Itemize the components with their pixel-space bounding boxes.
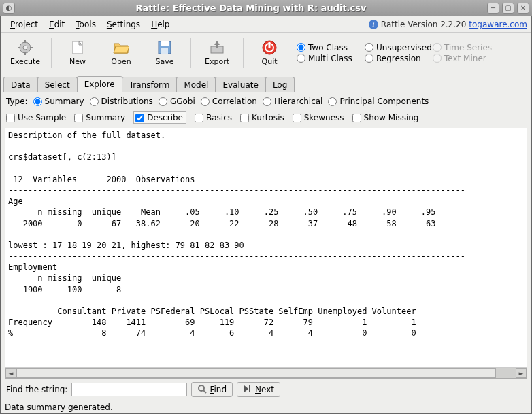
new-file-icon [69,39,86,56]
next-button[interactable]: Next [237,382,280,397]
gear-icon [17,39,33,56]
radio-label: Text Miner [444,54,486,63]
svg-rect-12 [216,44,218,48]
save-label: Save [155,57,173,66]
menu-project[interactable]: Project [5,18,44,31]
svg-point-16 [199,385,204,391]
output-pane: Description of the full dataset. crs$dat… [5,128,527,379]
new-label: New [69,57,86,66]
radio-label: Summary [45,97,84,106]
tab-data[interactable]: Data [3,77,38,92]
checkbox-label: Summary [86,113,125,122]
horizontal-scrollbar[interactable]: ◄ ► [5,367,527,378]
radio-label: GGobi [170,97,195,106]
checkbox-use-sample[interactable]: Use Sample [6,113,66,122]
svg-line-17 [203,390,206,393]
radio-time-series[interactable]: Time Series [433,43,501,52]
info-icon: i [369,20,378,29]
checkbox-label: Kurtosis [252,113,284,122]
radio-correlation[interactable]: Correlation [201,97,257,106]
status-bar: Data summary generated. [1,400,531,413]
radio-unsupervised[interactable]: Unsupervised [365,43,433,52]
radio-label: Correlation [212,97,257,106]
quit-button[interactable]: Quit [249,36,290,70]
radio-label: Time Series [444,43,492,52]
svg-rect-19 [249,385,250,392]
radio-ggobi[interactable]: GGobi [159,97,195,106]
checkbox-label: Describe [147,113,183,122]
checkbox-label: Basics [206,113,232,122]
execute-button[interactable]: Execute [5,36,46,70]
menu-help[interactable]: Help [146,18,175,31]
checkbox-kurtosis[interactable]: Kurtosis [240,113,284,122]
menu-label: ools [80,20,96,29]
menu-label: elp [157,20,169,29]
find-button[interactable]: Find [191,382,233,397]
version-info: i Rattle Version 2.2.20 togaware.com [369,20,527,29]
radio-distributions[interactable]: Distributions [90,97,153,106]
checkbox-summary[interactable]: Summary [74,113,125,122]
checkbox-basics[interactable]: Basics [195,113,232,122]
menu-edit[interactable]: Edit [44,18,70,31]
quit-label: Quit [262,57,278,66]
svg-rect-9 [161,41,169,46]
tab-select[interactable]: Select [37,77,78,92]
scroll-right-icon[interactable]: ► [516,368,527,378]
minimize-button[interactable]: − [487,3,499,14]
menubar: Project Edit Tools Settings Help i Rattl… [1,16,531,33]
save-button[interactable]: Save [144,36,185,70]
find-input[interactable] [71,383,187,396]
export-button[interactable]: Export [197,36,237,70]
output-text[interactable]: Description of the full dataset. crs$dat… [5,128,527,367]
status-text: Data summary generated. [5,402,113,412]
checkbox-label: Use Sample [18,113,66,122]
radio-text-miner[interactable]: Text Miner [433,54,501,63]
open-label: Open [111,57,131,66]
tab-model[interactable]: Model [176,77,216,92]
menu-label: dit [54,20,65,29]
open-button[interactable]: Open [101,36,142,70]
radio-label: Regression [376,54,421,63]
radio-regression[interactable]: Regression [365,54,433,63]
window-title: Rattle: Effective Data Mining with R: au… [15,3,487,13]
scroll-left-icon[interactable]: ◄ [5,368,16,378]
power-icon [261,39,278,56]
close-button[interactable]: × [517,3,529,14]
folder-open-icon [113,39,129,56]
svg-point-1 [23,46,27,50]
radio-summary[interactable]: Summary [33,97,84,106]
radio-two-class[interactable]: Two Class [297,43,365,52]
radio-label: Unsupervised [376,43,432,52]
search-icon [197,384,207,396]
menu-settings[interactable]: Settings [101,18,146,31]
find-label: Find the string: [6,385,67,394]
checkbox-label: Skewness [304,113,344,122]
checkbox-skewness[interactable]: Skewness [293,113,344,122]
tab-explore[interactable]: Explore [77,76,122,92]
maximize-button[interactable]: ▢ [502,3,514,14]
next-button-label: Next [255,385,274,394]
menu-tools[interactable]: Tools [70,18,101,31]
checkbox-describe[interactable]: Describe [133,111,186,124]
svg-rect-10 [161,48,168,54]
radio-label: Multi Class [308,54,352,63]
scroll-thumb[interactable] [16,368,496,378]
tab-transform[interactable]: Transform [122,77,178,92]
menu-label: roject [15,20,38,29]
new-button[interactable]: New [57,36,98,70]
separator [243,38,244,68]
tab-evaluate[interactable]: Evaluate [215,77,265,92]
radio-multi-class[interactable]: Multi Class [297,54,365,63]
version-link[interactable]: togaware.com [469,20,527,29]
tab-log[interactable]: Log [265,77,295,92]
find-button-label: Find [210,385,227,394]
radio-principal-components[interactable]: Principal Components [328,97,429,106]
floppy-disk-icon [156,39,173,56]
menu-label: ettings [112,20,141,29]
scroll-track[interactable] [16,368,516,378]
checkbox-label: Show Missing [364,113,419,122]
checkbox-show-missing[interactable]: Show Missing [352,113,419,122]
next-icon [243,384,252,396]
radio-hierarchical[interactable]: Hierarchical [263,97,323,106]
window-menu-button[interactable]: ◐ [3,3,15,14]
